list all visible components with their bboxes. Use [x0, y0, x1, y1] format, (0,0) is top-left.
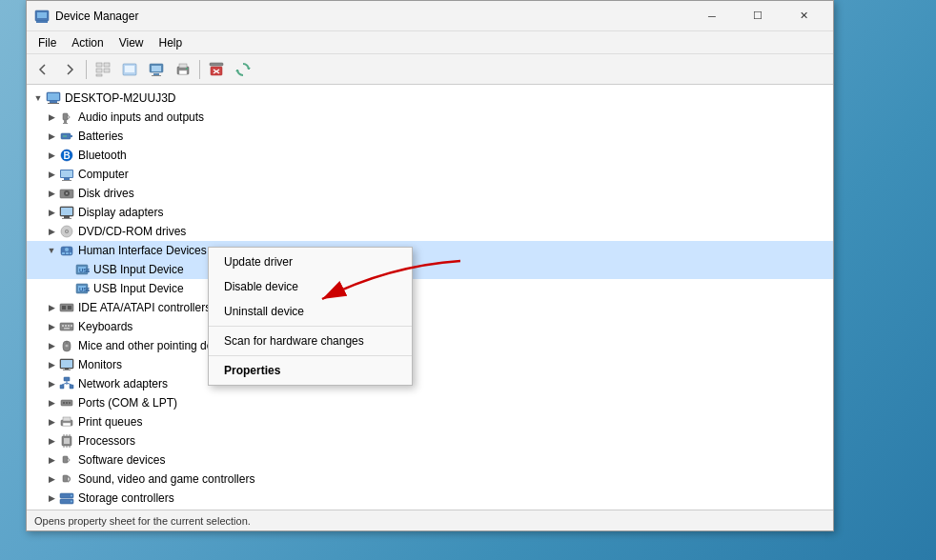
tree-keyboard[interactable]: ▶ Keyboards	[27, 317, 833, 336]
back-button[interactable]	[31, 58, 55, 81]
toolbar-separator-2	[199, 60, 200, 79]
network-expand[interactable]: ▶	[44, 376, 59, 391]
svg-rect-16	[179, 70, 187, 74]
ctx-separator-2	[209, 355, 412, 356]
device-tree[interactable]: ▼ DESKTOP-M2UUJ3D ▶	[27, 85, 833, 510]
svg-rect-3	[96, 63, 102, 67]
svg-point-101	[71, 501, 72, 503]
tree-monitors[interactable]: ▶ Monitors	[27, 355, 833, 374]
usb1-label: USB Input Device	[93, 263, 184, 276]
audio-icon	[59, 110, 74, 125]
tree-audio[interactable]: ▶ Audio inputs and outputs	[27, 108, 833, 127]
menu-help[interactable]: Help	[152, 34, 191, 51]
menu-file[interactable]: File	[31, 34, 64, 51]
software-expand[interactable]: ▶	[44, 452, 59, 468]
menu-action[interactable]: Action	[64, 34, 111, 51]
tree-storage[interactable]: ▶ Storage controllers	[27, 489, 833, 508]
maximize-button[interactable]: ☐	[736, 1, 780, 31]
ctx-update-driver[interactable]: Update driver	[209, 250, 412, 274]
sound-label: Sound, video and game controllers	[78, 472, 254, 486]
sound-expand[interactable]: ▶	[44, 471, 59, 487]
ctx-disable-device[interactable]: Disable device	[209, 274, 412, 299]
bluetooth-icon: B	[59, 148, 74, 163]
disk-icon	[59, 186, 74, 201]
forward-button[interactable]	[57, 58, 82, 81]
computer-button[interactable]	[144, 58, 169, 81]
keyboard-expand[interactable]: ▶	[44, 319, 59, 334]
svg-rect-4	[104, 63, 110, 67]
hid-label: Human Interface Devices	[78, 244, 207, 257]
processors-expand[interactable]: ▶	[44, 433, 59, 449]
svg-rect-86	[63, 417, 71, 421]
menu-view[interactable]: View	[112, 34, 152, 51]
svg-rect-30	[71, 135, 72, 137]
svg-line-80	[67, 383, 71, 385]
processors-icon	[59, 433, 74, 449]
tree-bluetooth[interactable]: ▶ B Bluetooth	[27, 146, 833, 165]
view-button[interactable]	[117, 58, 142, 81]
disk-expand[interactable]: ▶	[44, 186, 59, 201]
display-label: Display adapters	[78, 206, 163, 219]
processors-label: Processors	[78, 434, 135, 448]
print-expand[interactable]: ▶	[44, 414, 59, 430]
computer-icon	[46, 90, 61, 106]
computer-expand[interactable]: ▶	[44, 167, 59, 182]
refresh-button[interactable]	[231, 58, 255, 81]
svg-rect-11	[152, 66, 161, 71]
svg-rect-28	[63, 123, 68, 124]
hid-expand[interactable]: ▼	[44, 243, 59, 258]
tree-computer[interactable]: ▶ Computer	[27, 165, 833, 184]
delete-button[interactable]	[204, 58, 229, 81]
svg-rect-51	[66, 252, 69, 254]
tree-dvd[interactable]: ▶ DVD/CD-ROM drives	[27, 222, 833, 241]
tree-software[interactable]: ▶ Software devices	[27, 450, 833, 470]
svg-point-83	[66, 402, 68, 404]
svg-rect-35	[61, 170, 72, 177]
bluetooth-expand[interactable]: ▶	[44, 148, 59, 163]
network-label: Network adapters	[78, 377, 168, 390]
tree-batteries[interactable]: ▶ Batteries	[27, 127, 833, 146]
mice-expand[interactable]: ▶	[44, 338, 59, 353]
ctx-scan-hardware[interactable]: Scan for hardware changes	[209, 329, 412, 353]
show-tree-button[interactable]	[91, 58, 115, 81]
monitors-expand[interactable]: ▶	[44, 357, 59, 372]
printer-button[interactable]	[171, 58, 195, 81]
svg-rect-5	[96, 69, 102, 72]
storage-icon	[59, 490, 74, 506]
toolbar-separator-1	[86, 60, 87, 79]
usb2-label: USB Input Device	[93, 282, 184, 295]
display-expand[interactable]: ▶	[44, 205, 59, 220]
tree-usb1[interactable]: USB USB Input Device	[27, 260, 833, 279]
tree-processors[interactable]: ▶ Processors	[27, 431, 833, 450]
tree-usb2[interactable]: USB USB Input Device	[27, 279, 833, 298]
ide-expand[interactable]: ▶	[44, 300, 59, 315]
bluetooth-label: Bluetooth	[78, 149, 127, 162]
batteries-expand[interactable]: ▶	[44, 129, 59, 144]
ctx-uninstall-device[interactable]: Uninstall device	[209, 299, 412, 324]
minimize-button[interactable]: ─	[690, 1, 734, 31]
svg-rect-2	[36, 21, 48, 23]
tree-ide[interactable]: ▶ IDE ATA/ATAPI controllers	[27, 298, 833, 317]
root-expand[interactable]: ▼	[31, 90, 46, 106]
svg-rect-37	[62, 180, 71, 181]
tree-sound[interactable]: ▶ Sound, video and game controllers	[27, 470, 833, 489]
svg-rect-52	[70, 252, 71, 254]
tree-hid[interactable]: ▼ Human Interface Devices	[27, 241, 833, 260]
audio-expand[interactable]: ▶	[44, 110, 59, 125]
tree-disk[interactable]: ▶ Disk drives	[27, 184, 833, 203]
storage-expand[interactable]: ▶	[44, 490, 59, 506]
tree-display[interactable]: ▶ Display adapters	[27, 203, 833, 222]
main-content: ▼ DESKTOP-M2UUJ3D ▶	[27, 85, 833, 510]
tree-network[interactable]: ▶ Network adapters	[27, 374, 833, 393]
tree-root[interactable]: ▼ DESKTOP-M2UUJ3D	[27, 89, 833, 108]
ports-expand[interactable]: ▶	[44, 395, 59, 410]
close-button[interactable]: ✕	[782, 1, 825, 31]
tree-ports[interactable]: ▶ Ports (COM & LPT)	[27, 393, 833, 412]
svg-rect-36	[64, 178, 70, 180]
ctx-properties[interactable]: Properties	[209, 358, 412, 383]
keyboard-label: Keyboards	[78, 320, 132, 333]
tree-mice[interactable]: ▶ Mice and other pointing devices	[27, 336, 833, 355]
tree-print[interactable]: ▶ Print queues	[27, 412, 833, 431]
dvd-expand[interactable]: ▶	[44, 224, 59, 239]
svg-rect-44	[62, 218, 71, 219]
